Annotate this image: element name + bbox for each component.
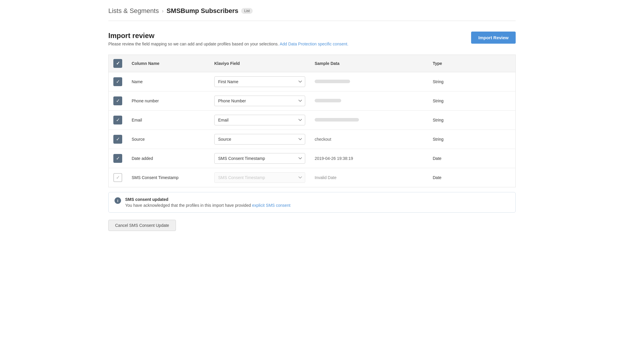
data-protection-link[interactable]: Add Data Protection specific consent. (280, 42, 349, 46)
table-row: ✓Date addedFirst NameLast NameEmailPhone… (109, 149, 516, 168)
breadcrumb-separator: › (162, 8, 164, 14)
klaviyo-field-cell-5: First NameLast NameEmailPhone NumberSour… (210, 168, 310, 187)
info-icon: i (115, 197, 121, 204)
breadcrumb-badge: List (241, 8, 253, 14)
info-title: SMS consent updated (125, 197, 290, 202)
row-checkbox-cell-5: ✓ (109, 168, 127, 187)
row-checkbox-cell-3: ✓ (109, 130, 127, 149)
sample-placeholder-2 (315, 118, 359, 122)
type-cell-1: String (428, 91, 516, 111)
sample-data-cell-5: Invalid Date (310, 168, 428, 187)
klaviyo-field-select-4[interactable]: First NameLast NameEmailPhone NumberSour… (214, 153, 305, 164)
sample-text-4: 2019-04-26 19:38:19 (315, 156, 353, 161)
sample-data-cell-4: 2019-04-26 19:38:19 (310, 149, 428, 168)
row-checkbox-cell-4: ✓ (109, 149, 127, 168)
column-name-cell-2: Email (127, 111, 210, 130)
checkmark-0: ✓ (116, 79, 120, 84)
klaviyo-field-cell-1: First NameLast NameEmailPhone NumberSour… (210, 91, 310, 111)
mapping-table: ✓ Column Name Klaviyo Field Sample Data … (108, 55, 516, 187)
checkmark-1: ✓ (116, 99, 120, 103)
row-checkbox-cell-1: ✓ (109, 91, 127, 111)
table-row: ✓EmailFirst NameLast NameEmailPhone Numb… (109, 111, 516, 130)
info-content: SMS consent updated You have acknowledge… (125, 197, 290, 208)
klaviyo-field-cell-3: First NameLast NameEmailPhone NumberSour… (210, 130, 310, 149)
sample-placeholder-0 (315, 80, 350, 83)
klaviyo-field-cell-2: First NameLast NameEmailPhone NumberSour… (210, 111, 310, 130)
klaviyo-field-select-0[interactable]: First NameLast NameEmailPhone NumberSour… (214, 76, 305, 87)
table-header-row: ✓ Column Name Klaviyo Field Sample Data … (109, 55, 516, 72)
checkmark-5: ✓ (116, 175, 120, 180)
header-description: Please review the field mapping so we ca… (108, 42, 348, 46)
column-name-cell-3: Source (127, 130, 210, 149)
row-checkbox-2[interactable]: ✓ (113, 116, 122, 124)
type-cell-5: Date (428, 168, 516, 187)
column-name-cell-0: Name (127, 72, 210, 91)
type-cell-4: Date (428, 149, 516, 168)
checkmark-2: ✓ (116, 118, 120, 122)
row-checkbox-3[interactable]: ✓ (113, 135, 122, 144)
table-row: ✓NameFirst NameLast NameEmailPhone Numbe… (109, 72, 516, 91)
klaviyo-field-select-1[interactable]: First NameLast NameEmailPhone NumberSour… (214, 96, 305, 106)
sample-data-cell-3: checkout (310, 130, 428, 149)
row-checkbox-cell-2: ✓ (109, 111, 127, 130)
klaviyo-field-select-2[interactable]: First NameLast NameEmailPhone NumberSour… (214, 115, 305, 125)
page-title: Import review (108, 32, 348, 40)
type-cell-2: String (428, 111, 516, 130)
table-header-type: Type (428, 55, 516, 72)
row-checkbox-1[interactable]: ✓ (113, 96, 122, 105)
header-checkbox[interactable]: ✓ (113, 59, 122, 68)
sample-placeholder-1 (315, 99, 341, 102)
row-checkbox-cell-0: ✓ (109, 72, 127, 91)
header-left: Import review Please review the field ma… (108, 32, 348, 46)
klaviyo-field-select-5[interactable]: First NameLast NameEmailPhone NumberSour… (214, 172, 305, 183)
sample-data-cell-1 (310, 91, 428, 111)
type-cell-0: String (428, 72, 516, 91)
table-header-column-name: Column Name (127, 55, 210, 72)
klaviyo-field-cell-0: First NameLast NameEmailPhone NumberSour… (210, 72, 310, 91)
sample-text-5: Invalid Date (315, 175, 336, 180)
sample-data-cell-0 (310, 72, 428, 91)
sample-data-cell-2 (310, 111, 428, 130)
explicit-consent-link[interactable]: explicit SMS consent (252, 203, 290, 208)
import-review-button[interactable]: Import Review (471, 32, 516, 44)
klaviyo-field-cell-4: First NameLast NameEmailPhone NumberSour… (210, 149, 310, 168)
cancel-sms-consent-button[interactable]: Cancel SMS Consent Update (108, 220, 176, 231)
breadcrumb-parent-link[interactable]: Lists & Segments (108, 7, 159, 15)
table-header-klaviyo-field: Klaviyo Field (210, 55, 310, 72)
breadcrumb: Lists & Segments › SMSBump Subscribers L… (108, 7, 516, 21)
column-name-cell-5: SMS Consent Timestamp (127, 168, 210, 187)
sample-text-3: checkout (315, 137, 331, 142)
column-name-cell-4: Date added (127, 149, 210, 168)
column-name-cell-1: Phone number (127, 91, 210, 111)
table-row: ✓SourceFirst NameLast NameEmailPhone Num… (109, 130, 516, 149)
header-section: Import review Please review the field ma… (108, 32, 516, 46)
info-text: You have acknowledged that the profiles … (125, 203, 290, 208)
table-header-sample-data: Sample Data (310, 55, 428, 72)
breadcrumb-current: SMSBump Subscribers (166, 7, 238, 15)
type-cell-3: String (428, 130, 516, 149)
header-checkmark: ✓ (116, 61, 120, 66)
row-checkbox-5[interactable]: ✓ (113, 173, 122, 182)
info-box: i SMS consent updated You have acknowled… (108, 192, 516, 213)
checkmark-4: ✓ (116, 156, 120, 161)
table-row: ✓SMS Consent TimestampFirst NameLast Nam… (109, 168, 516, 187)
table-row: ✓Phone numberFirst NameLast NameEmailPho… (109, 91, 516, 111)
row-checkbox-0[interactable]: ✓ (113, 77, 122, 86)
table-header-check: ✓ (109, 55, 127, 72)
klaviyo-field-select-3[interactable]: First NameLast NameEmailPhone NumberSour… (214, 134, 305, 145)
row-checkbox-4[interactable]: ✓ (113, 154, 122, 163)
checkmark-3: ✓ (116, 137, 120, 142)
